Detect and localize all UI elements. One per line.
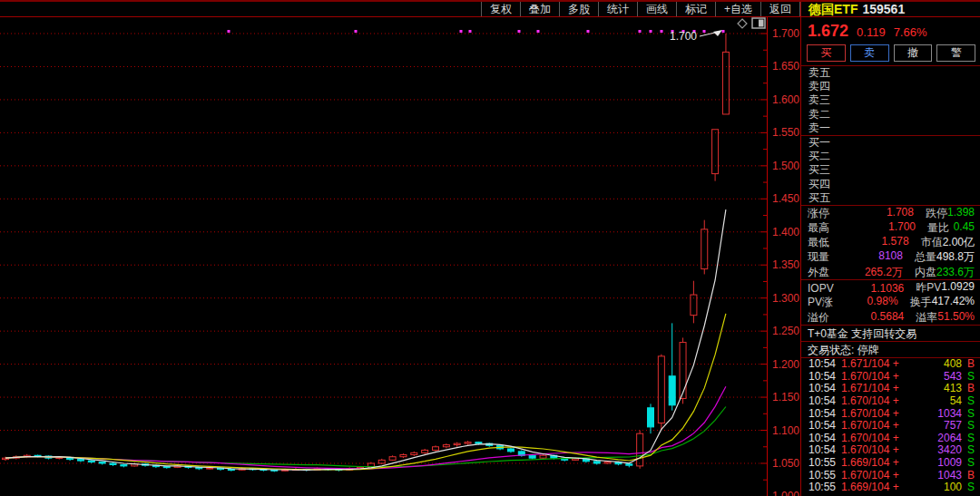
toolbar-button-画线[interactable]: 画线 (637, 2, 676, 16)
stat-cell: 现量8108 (801, 249, 908, 265)
stat-value: 1.1036 (834, 282, 910, 295)
axis-label: 1.500 (772, 160, 799, 172)
limit-marker-dot (518, 30, 521, 33)
quote-panel: 1.672 0.119 7.66% 买卖撤警 卖五卖四卖三卖二卖一 买一买二买三… (800, 17, 980, 496)
toolbar-button-统计[interactable]: 统计 (598, 2, 637, 16)
tick-price: 1.671/104 + (841, 383, 919, 395)
stat-row: PV涨0.98%换手417.42% (801, 296, 980, 310)
tick-flag: S (962, 457, 980, 470)
axis-label: 1.050 (772, 457, 799, 470)
tick-volume: 1009 (919, 457, 962, 470)
stat-cell: PV涨0.98% (801, 295, 904, 310)
tick-flag: B (962, 383, 980, 395)
candle-up (465, 443, 471, 443)
stat-label: 外盘 (801, 265, 829, 280)
bid-row[interactable]: 买三 (801, 163, 980, 177)
toolbar-button-自选[interactable]: +自选 (715, 2, 760, 16)
ask-row[interactable]: 卖一 (801, 122, 980, 135)
stat-row: 溢价0.5684溢率51.50% (801, 310, 980, 325)
toolbar-buttons: 复权叠加多股统计画线标记+自选返回 (481, 2, 800, 16)
candle-up (378, 460, 385, 463)
bid-row[interactable]: 买五 (801, 191, 980, 205)
tick-time: 10:54 (801, 395, 841, 408)
tick-row: 10:541.671/104 +408B (801, 358, 980, 371)
trade-button-买[interactable]: 买 (807, 44, 846, 62)
stat-cell: IOPV1.1036 (801, 282, 909, 295)
candle-up (433, 447, 439, 451)
ask-row[interactable]: 卖四 (801, 80, 980, 93)
ask-row[interactable]: 卖三 (801, 93, 980, 107)
tick-price: 1.670/104 + (841, 395, 919, 408)
tick-time: 10:54 (801, 371, 841, 384)
candle-up (400, 455, 407, 457)
stat-label: 最低 (801, 235, 829, 250)
ma-line-MA5 (5, 209, 726, 470)
stat-value: 233.6万 (936, 265, 980, 280)
trade-button-警[interactable]: 警 (936, 44, 975, 62)
stat-label: 最高 (801, 220, 829, 236)
tick-row: 10:541.671/104 +413B (801, 383, 980, 395)
toolbar-button-多股[interactable]: 多股 (559, 2, 598, 16)
tick-time: 10:54 (801, 444, 841, 457)
limit-marker-dot (639, 30, 642, 33)
limit-marker-dot (650, 30, 652, 33)
stat-cell: 换手417.42% (904, 295, 980, 310)
last-price: 1.672 (808, 22, 848, 41)
toolbar-button-复权[interactable]: 复权 (481, 2, 520, 16)
tick-row: 10:541.670/104 +1034S (801, 408, 980, 421)
axis-label: 1.100 (772, 424, 799, 437)
axis-label: 1.200 (772, 358, 799, 371)
stat-label: PV涨 (801, 295, 833, 310)
candle-down (648, 408, 654, 427)
toolbar-button-叠加[interactable]: 叠加 (520, 2, 559, 16)
stat-value: 417.42% (932, 295, 980, 310)
trade-button-撤[interactable]: 撤 (894, 44, 933, 62)
app-window: 复权叠加多股统计画线标记+自选返回 德国ETF159561 1.7001.650… (0, 0, 980, 496)
ask-row[interactable]: 卖五 (801, 66, 980, 80)
stat-value: 1.700 (829, 220, 921, 236)
trade-button-卖[interactable]: 卖 (850, 44, 889, 62)
candle-up (389, 457, 396, 461)
stat-value: 498.8万 (936, 249, 980, 265)
diamond-icon (738, 19, 747, 28)
toolbar-button-返回[interactable]: 返回 (760, 2, 800, 16)
tick-price: 1.670/104 + (841, 408, 919, 421)
stat-cell: 量比0.45 (921, 220, 980, 236)
instrument-name: 德国ETF (808, 2, 858, 16)
price-change: 0.119 (857, 25, 886, 39)
stat-value: 51.50% (937, 310, 980, 326)
ask-row[interactable]: 卖二 (801, 108, 980, 122)
tick-volume: 543 (919, 371, 962, 384)
stat-cell: 最低1.578 (801, 235, 915, 250)
stat-value: 1.0929 (941, 280, 980, 296)
tick-price: 1.670/104 + (841, 420, 919, 433)
bid-levels: 买一买二买三买四买五 (801, 135, 980, 205)
tick-price: 1.670/104 + (841, 444, 919, 457)
tick-flag: S (962, 481, 980, 494)
axis-label: 1.600 (772, 93, 799, 106)
toolbar-button-标记[interactable]: 标记 (676, 2, 715, 16)
bid-row[interactable]: 买二 (801, 150, 980, 163)
tick-time: 10:55 (801, 470, 841, 482)
tick-price: 1.669/104 + (841, 481, 919, 494)
candle-up (422, 450, 428, 452)
tick-row: 10:541.670/104 +543S (801, 371, 980, 384)
tick-price: 1.670/104 + (841, 470, 919, 482)
top-toolbar: 复权叠加多股统计画线标记+自选返回 德国ETF159561 (0, 0, 980, 17)
bid-row[interactable]: 买一 (801, 136, 980, 150)
tick-price: 1.670/104 + (841, 371, 919, 384)
trade-status: 交易状态: 停牌 (801, 341, 980, 357)
tick-flag: S (962, 420, 980, 433)
kline-chart[interactable]: 1.7001.6501.6001.5501.5001.4501.4001.350… (0, 0, 801, 496)
fund-notice: T+0基金 支持回转交易 (801, 325, 980, 341)
candle-down (529, 455, 535, 458)
ma-line-MA30 (5, 407, 726, 467)
limit-marker-dot (460, 30, 463, 33)
tick-flag: S (962, 444, 980, 457)
stat-cell: 溢率51.50% (909, 310, 980, 326)
candle-down (121, 464, 127, 465)
stat-row: 最高1.700量比0.45 (801, 220, 980, 235)
axis-label: 1.400 (772, 226, 799, 238)
bid-row[interactable]: 买四 (801, 178, 980, 191)
stat-value: 0.5684 (829, 310, 909, 326)
